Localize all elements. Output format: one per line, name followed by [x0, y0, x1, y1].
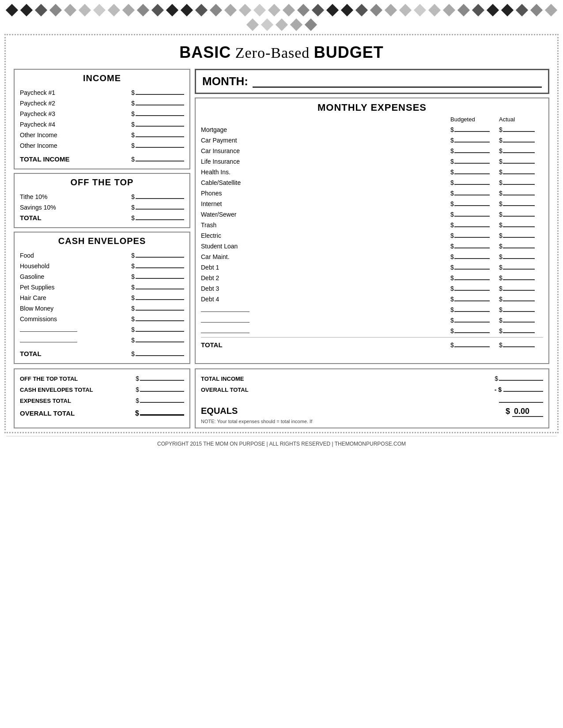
trash-actual[interactable] — [503, 219, 535, 227]
exp-blank-budgeted-2[interactable] — [454, 315, 490, 323]
exp-row-debt1: Debt 1 $ $ — [201, 262, 543, 271]
off-top-total-label: TOTAL — [20, 214, 131, 221]
trash-budgeted[interactable] — [454, 219, 490, 227]
food-input[interactable] — [136, 250, 184, 258]
pet-supplies-input[interactable] — [136, 281, 184, 289]
budgeted-header: Budgeted — [450, 116, 499, 123]
income-input-1[interactable] — [136, 87, 184, 95]
overall-total-left-label: OVERALL TOTAL — [20, 409, 135, 417]
cash-env-total-summary-input[interactable] — [140, 384, 184, 392]
expenses-total-budgeted[interactable] — [454, 339, 490, 347]
monthly-expenses-section: MONTHLY EXPENSES Budgeted Actual Mortgag… — [195, 98, 549, 364]
income-input-6[interactable] — [136, 140, 184, 148]
gasoline-row: Gasoline $ — [20, 271, 184, 280]
car-maint-budgeted[interactable] — [454, 251, 490, 259]
health-ins-actual[interactable] — [503, 166, 535, 174]
savings-input[interactable] — [136, 202, 184, 210]
debt2-label: Debt 2 — [201, 274, 450, 281]
off-top-total-summary-label: OFF THE TOP TOTAL — [20, 375, 136, 382]
phones-actual[interactable] — [503, 188, 535, 195]
cable-budgeted[interactable] — [454, 177, 490, 185]
off-top-total-input[interactable] — [136, 212, 184, 220]
total-income-summary-input[interactable] — [499, 373, 543, 381]
blank-label-1[interactable] — [20, 324, 77, 332]
mortgage-budgeted[interactable] — [454, 124, 490, 132]
health-ins-budgeted[interactable] — [454, 166, 490, 174]
car-maint-actual[interactable] — [503, 251, 535, 259]
cash-envelopes-total-input[interactable] — [136, 348, 184, 356]
total-income-summary-label: TOTAL INCOME — [201, 375, 495, 382]
water-budgeted[interactable] — [454, 209, 490, 217]
hair-care-row: Hair Care $ — [20, 292, 184, 301]
income-input-5[interactable] — [136, 129, 184, 137]
debt4-actual[interactable] — [503, 293, 535, 301]
debt3-budgeted[interactable] — [454, 283, 490, 291]
exp-blank-actual-3[interactable] — [503, 325, 535, 333]
life-insurance-actual[interactable] — [503, 156, 535, 164]
off-top-section: OFF THE TOP Tithe 10% $ Savings 10% $ TO… — [14, 173, 190, 228]
life-insurance-budgeted[interactable] — [454, 156, 490, 164]
debt3-label: Debt 3 — [201, 285, 450, 292]
car-insurance-budgeted[interactable] — [454, 145, 490, 153]
internet-actual[interactable] — [503, 198, 535, 206]
blank-input-1[interactable] — [136, 324, 184, 332]
debt2-budgeted[interactable] — [454, 272, 490, 280]
car-insurance-actual[interactable] — [503, 145, 535, 153]
phones-budgeted[interactable] — [454, 188, 490, 195]
debt3-actual[interactable] — [503, 283, 535, 291]
electric-budgeted[interactable] — [454, 230, 490, 238]
electric-actual[interactable] — [503, 230, 535, 238]
exp-blank-budgeted-1[interactable] — [454, 304, 490, 312]
debt4-budgeted[interactable] — [454, 293, 490, 301]
exp-blank-label-1[interactable] — [201, 304, 249, 312]
household-input[interactable] — [136, 260, 184, 268]
debt1-actual[interactable] — [503, 262, 535, 270]
mortgage-actual[interactable] — [503, 124, 535, 132]
overall-total-left-input[interactable] — [140, 408, 184, 416]
exp-blank-budgeted-3[interactable] — [454, 325, 490, 333]
overall-total-right-input[interactable] — [503, 384, 543, 392]
overall-total-right-label: OVERALL TOTAL — [201, 387, 495, 393]
income-input-3[interactable] — [136, 108, 184, 116]
left-column: INCOME Paycheck #1 $ Paycheck #2 $ Paych… — [14, 69, 190, 364]
income-input-4[interactable] — [136, 119, 184, 127]
blow-money-input[interactable] — [136, 303, 184, 311]
student-loan-budgeted[interactable] — [454, 240, 490, 248]
overall-total-left-row: OVERALL TOTAL $ — [20, 408, 184, 417]
car-payment-budgeted[interactable] — [454, 135, 490, 143]
gasoline-input[interactable] — [136, 271, 184, 279]
tithe-input[interactable] — [136, 191, 184, 199]
expenses-total-row: TOTAL $ $ — [201, 337, 543, 349]
expenses-total-summary-row: EXPENSES TOTAL $ — [20, 395, 184, 404]
right-column: MONTH: MONTHLY EXPENSES Budgeted Actual … — [195, 69, 549, 364]
income-input-2[interactable] — [136, 98, 184, 105]
expenses-total-summary-input[interactable] — [140, 395, 184, 403]
blank-label-2[interactable] — [20, 335, 77, 342]
total-income-input[interactable] — [136, 154, 184, 161]
cash-env-total-summary-label: CASH ENVELOPES TOTAL — [20, 387, 136, 393]
hair-care-input[interactable] — [136, 292, 184, 300]
commissions-input[interactable] — [136, 313, 184, 321]
exp-blank-actual-2[interactable] — [503, 315, 535, 323]
expenses-total-actual[interactable] — [503, 339, 535, 347]
debt1-budgeted[interactable] — [454, 262, 490, 270]
cable-actual[interactable] — [503, 177, 535, 185]
internet-label: Internet — [201, 200, 450, 207]
student-loan-actual[interactable] — [503, 240, 535, 248]
food-row: Food $ — [20, 250, 184, 259]
debt2-actual[interactable] — [503, 272, 535, 280]
bottom-left: OFF THE TOP TOTAL $ CASH ENVELOPES TOTAL… — [14, 368, 190, 428]
exp-row-life-insurance: Life Insurance $ $ — [201, 156, 543, 165]
exp-blank-label-2[interactable] — [201, 315, 249, 323]
month-input[interactable] — [253, 75, 542, 88]
exp-blank-label-3[interactable] — [201, 326, 249, 333]
car-payment-actual[interactable] — [503, 135, 535, 143]
off-top-total-summary-input[interactable] — [140, 373, 184, 381]
exp-row-car-insurance: Car Insurance $ $ — [201, 145, 543, 154]
exp-blank-actual-1[interactable] — [503, 304, 535, 312]
blow-money-label: Blow Money — [20, 305, 131, 312]
blank-input-2[interactable] — [136, 334, 184, 342]
water-actual[interactable] — [503, 209, 535, 217]
diamond-border: (function(){ const colors = ['#222','#55… — [0, 0, 563, 34]
internet-budgeted[interactable] — [454, 198, 490, 206]
